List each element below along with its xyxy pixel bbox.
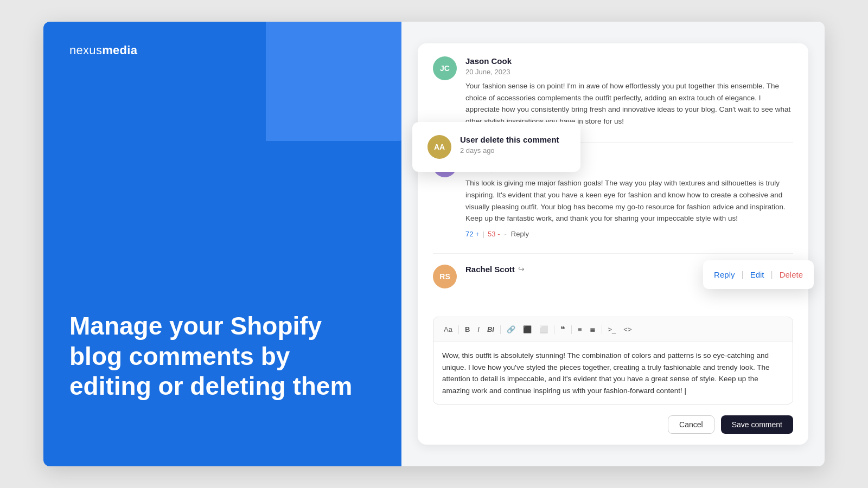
avatar-jc: JC — [433, 56, 457, 80]
edit-area: Aa B I BI 🔗 ⬛ ⬜ ❝ ≡ ≣ >_ <> — [433, 317, 793, 404]
delete-popup-content: User delete this comment 2 days ago — [460, 135, 559, 155]
comment-jc-author: Jason Cook — [465, 56, 512, 66]
toolbar-embed-btn[interactable]: <> — [621, 324, 634, 335]
toolbar-sep-5 — [602, 325, 602, 334]
rs-arrow-icon: ↪ — [518, 265, 525, 273]
save-comment-button[interactable]: Save comment — [721, 415, 793, 434]
vote-pos[interactable]: 72 + — [465, 230, 480, 238]
logo: nexusmedia — [69, 43, 375, 57]
avatar-rs: RS — [433, 265, 457, 288]
brand-bold: media — [102, 43, 137, 57]
toolbar-code-btn[interactable]: >_ — [605, 324, 619, 335]
edit-footer: Cancel Save comment — [433, 415, 793, 434]
toolbar-sep-3 — [554, 325, 554, 334]
avatar-jc-initials: JC — [440, 64, 450, 73]
comment-mb-text: This look is giving me major fashion goa… — [465, 177, 793, 224]
delete-popup-initials: AA — [434, 143, 445, 151]
brand-name: nexusmedia — [69, 43, 137, 57]
vote-actions-sep: - — [504, 230, 506, 238]
vote-neg[interactable]: 53 - — [488, 230, 500, 238]
toolbar-sep-1 — [458, 325, 459, 334]
toolbar-image1-btn[interactable]: ⬛ — [520, 324, 534, 335]
toolbar-image2-btn[interactable]: ⬜ — [537, 324, 551, 335]
edit-textarea[interactable] — [433, 342, 793, 402]
vote-sep: | — [483, 230, 484, 238]
comment-jc-content: Jason Cook 20 June, 2023 Your fashion se… — [465, 56, 793, 127]
hero-text: Manage your Shopify blog comments by edi… — [69, 311, 375, 445]
delete-popup-avatar: AA — [427, 135, 451, 159]
hero-heading: Manage your Shopify blog comments by edi… — [69, 311, 375, 401]
brand-regular: nexus — [69, 43, 102, 57]
context-sep-1: | — [741, 270, 743, 280]
delete-popup-title: User delete this comment — [460, 135, 559, 144]
comment-jc-date: 20 June, 2023 — [465, 68, 793, 76]
toolbar-bold-italic-btn[interactable]: BI — [484, 324, 497, 335]
toolbar-list-ul-btn[interactable]: ≡ — [575, 324, 585, 335]
context-reply-button[interactable]: Reply — [714, 269, 735, 280]
toolbar-quote-btn[interactable]: ❝ — [558, 323, 568, 336]
left-panel: nexusmedia Manage your Shopify blog comm… — [43, 22, 401, 466]
toolbar-list-ol-btn[interactable]: ≣ — [587, 324, 598, 335]
comment-jc-header: Jason Cook — [465, 56, 793, 66]
rs-author: Rachel Scott — [465, 265, 515, 274]
context-sep-2: | — [770, 270, 773, 280]
comment-jc-text: Your fashion sense is on point! I'm in a… — [465, 80, 793, 127]
toolbar-italic-btn[interactable]: I — [475, 324, 482, 335]
delete-popup: AA User delete this comment 2 days ago — [412, 122, 580, 172]
comment-mb-actions: 72 + | 53 - - Reply — [465, 230, 793, 238]
comment-jason-cook: JC Jason Cook 20 June, 2023 Your fashion… — [433, 56, 793, 127]
right-panel: AA User delete this comment 2 days ago R… — [401, 22, 825, 466]
mb-reply-link[interactable]: Reply — [511, 230, 529, 238]
toolbar-sep-4 — [571, 325, 572, 334]
context-menu: Reply | Edit | Delete — [703, 260, 814, 289]
toolbar-bold-btn[interactable]: B — [462, 324, 473, 335]
toolbar-font-btn[interactable]: Aa — [441, 324, 455, 335]
avatar-rs-initials: RS — [439, 272, 450, 281]
comments-card: JC Jason Cook 20 June, 2023 Your fashion… — [418, 43, 808, 445]
toolbar-link-btn[interactable]: 🔗 — [504, 324, 518, 335]
delete-popup-time: 2 days ago — [460, 146, 559, 155]
context-edit-button[interactable]: Edit — [750, 269, 764, 280]
app-wrapper: nexusmedia Manage your Shopify blog comm… — [43, 22, 825, 466]
divider-2 — [433, 253, 793, 254]
context-delete-button[interactable]: Delete — [780, 269, 803, 280]
edit-toolbar: Aa B I BI 🔗 ⬛ ⬜ ❝ ≡ ≣ >_ <> — [433, 317, 793, 342]
toolbar-sep-2 — [500, 325, 501, 334]
cancel-button[interactable]: Cancel — [668, 415, 714, 434]
